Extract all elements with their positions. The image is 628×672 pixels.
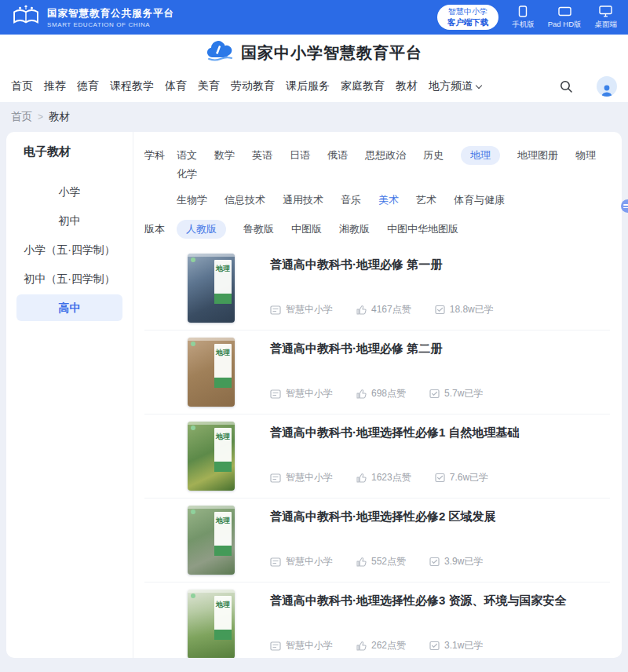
book-row[interactable]: 地理 普通高中教科书·地理必修 第二册 智慧中小学 xyxy=(144,331,610,415)
client-download-button[interactable]: 智慧中小学 客户端下载 xyxy=(437,5,499,30)
book-cover[interactable]: 地理 xyxy=(188,506,235,575)
mobile-version-link[interactable]: 手机版 xyxy=(512,5,535,30)
breadcrumb-home-link[interactable]: 首页 xyxy=(11,108,32,126)
likes-count: 4167点赞 xyxy=(371,303,411,316)
likes-meta: 698点赞 xyxy=(356,387,406,400)
subject-tag-chemistry[interactable]: 化学 xyxy=(177,165,197,184)
version-tag-zhongtu[interactable]: 中图版 xyxy=(291,220,322,239)
version-filter-row: 版本 人教版 鲁教版 中图版 湘教版 中图中华地图版 xyxy=(144,220,610,239)
nav-item-home[interactable]: 首页 xyxy=(11,79,33,93)
desktop-version-link[interactable]: 桌面端 xyxy=(595,5,618,30)
version-tag-zhongtu-zhonghua-map[interactable]: 中图中华地图版 xyxy=(387,220,458,239)
device-label: Pad HD版 xyxy=(548,20,582,30)
publisher-name: 智慧中小学 xyxy=(286,555,333,568)
cover-title-strip: 地理 xyxy=(214,596,232,640)
book-title[interactable]: 普通高中教科书·地理必修 第一册 xyxy=(270,257,610,272)
sidebar-item-junior-54[interactable]: 初中（五·四学制） xyxy=(16,265,122,292)
subject-tag-history[interactable]: 历史 xyxy=(423,146,444,165)
sidebar-item-junior-high[interactable]: 初中 xyxy=(16,207,122,234)
book-title[interactable]: 普通高中教科书·地理选择性必修1 自然地理基础 xyxy=(270,425,610,440)
thumbs-up-icon xyxy=(356,389,367,399)
book-cover[interactable]: 地理 xyxy=(188,590,235,658)
site-title[interactable]: 国家中小学智慧教育平台 xyxy=(241,42,422,64)
cover-title-strip: 地理 xyxy=(214,428,232,472)
subject-tag-russian[interactable]: 俄语 xyxy=(327,146,348,165)
content-background: 首页 > 教材 电子教材 小学 初中 小学（五·四学制） 初中（五·四学制） 高… xyxy=(0,102,628,672)
thumbs-up-icon xyxy=(356,473,367,483)
subject-tag-art-highlighted[interactable]: 美术 xyxy=(378,191,399,210)
desktop-icon xyxy=(599,5,612,17)
nav-item-textbooks[interactable]: 教材 xyxy=(396,79,418,93)
learned-meta: 3.1w已学 xyxy=(429,639,483,652)
topbar: 国家智慧教育公共服务平台 SMART EDUCATION OF CHINA 智慧… xyxy=(0,0,628,35)
likes-meta: 4167点赞 xyxy=(356,303,411,316)
publisher-meta: 智慧中小学 xyxy=(270,555,333,568)
publisher-icon xyxy=(270,305,281,315)
pad-hd-version-link[interactable]: Pad HD版 xyxy=(548,5,582,30)
search-button[interactable] xyxy=(559,79,573,93)
sidebar-item-primary-54[interactable]: 小学（五·四学制） xyxy=(16,236,122,263)
nav-item-physical-education[interactable]: 体育 xyxy=(165,79,187,93)
book-list: 地理 普通高中教科书·地理必修 第一册 智慧中小学 xyxy=(144,247,610,658)
nav-item-labor-education[interactable]: 劳动教育 xyxy=(231,79,275,93)
nav-item-aesthetic-education[interactable]: 美育 xyxy=(198,79,220,93)
subject-tag-japanese[interactable]: 日语 xyxy=(290,146,310,165)
cover-title-strip: 地理 xyxy=(214,260,232,304)
subject-tag-general-tech[interactable]: 通用技术 xyxy=(283,191,323,210)
learned-count: 3.1w已学 xyxy=(444,639,483,652)
book-info: 普通高中教科书·地理必修 第二册 智慧中小学 698点赞 xyxy=(270,338,610,407)
book-row[interactable]: 地理 普通高中教科书·地理必修 第一册 智慧中小学 xyxy=(144,247,610,331)
version-tag-lujiao[interactable]: 鲁教版 xyxy=(243,220,274,239)
open-book-logo-icon xyxy=(11,5,41,30)
subject-tag-english[interactable]: 英语 xyxy=(252,146,272,165)
publisher-name: 智慧中小学 xyxy=(286,471,333,484)
cover-title-strip: 地理 xyxy=(214,512,232,556)
nav-item-recommend[interactable]: 推荐 xyxy=(44,79,66,93)
nav-item-moral-education[interactable]: 德育 xyxy=(77,79,99,93)
learned-icon xyxy=(429,389,440,399)
download-line1: 智慧中小学 xyxy=(448,7,487,17)
version-tag-xiangjiao[interactable]: 湘教版 xyxy=(339,220,370,239)
book-cover[interactable]: 地理 xyxy=(188,422,235,491)
publisher-meta: 智慧中小学 xyxy=(270,303,333,316)
nav-item-local-channel[interactable]: 地方频道 xyxy=(429,79,481,93)
subject-tag-biology[interactable]: 生物学 xyxy=(177,191,207,210)
download-line2: 客户端下载 xyxy=(447,17,489,27)
cover-green-band xyxy=(214,630,232,640)
tablet-icon xyxy=(558,5,571,17)
subject-tag-it[interactable]: 信息技术 xyxy=(225,191,265,210)
subject-filter-label: 学科 xyxy=(144,146,166,165)
learned-count: 7.6w已学 xyxy=(450,471,488,484)
user-avatar[interactable] xyxy=(597,76,617,97)
nav-item-curriculum-teaching[interactable]: 课程教学 xyxy=(110,79,154,93)
subject-tag-geography-atlas[interactable]: 地理图册 xyxy=(517,146,558,165)
nav-item-family-education[interactable]: 家庭教育 xyxy=(341,79,385,93)
nav-item-afterschool-service[interactable]: 课后服务 xyxy=(286,79,330,93)
subject-tag-chinese[interactable]: 语文 xyxy=(177,146,197,165)
subject-tag-pe-health[interactable]: 体育与健康 xyxy=(454,191,505,210)
sidebar-item-senior-high[interactable]: 高中 xyxy=(16,294,122,321)
subject-tag-arts[interactable]: 艺术 xyxy=(416,191,436,210)
book-title[interactable]: 普通高中教科书·地理必修 第二册 xyxy=(270,341,610,356)
publisher-icon xyxy=(270,389,281,399)
book-row[interactable]: 地理 普通高中教科书·地理选择性必修2 区域发展 智慧中小学 xyxy=(144,499,610,583)
book-row[interactable]: 地理 普通高中教科书·地理选择性必修1 自然地理基础 智慧中小学 xyxy=(144,415,610,499)
subject-tag-geography-selected[interactable]: 地理 xyxy=(461,146,500,165)
subject-tag-music[interactable]: 音乐 xyxy=(341,191,361,210)
book-title[interactable]: 普通高中教科书·地理选择性必修3 资源、环境与国家安全 xyxy=(270,593,610,608)
subject-tags: 语文 数学 英语 日语 俄语 思想政治 历史 地理 地理图册 物理 化学 xyxy=(177,146,610,184)
publisher-logo-dot xyxy=(191,425,195,430)
search-icon xyxy=(559,79,573,93)
book-row[interactable]: 地理 普通高中教科书·地理选择性必修3 资源、环境与国家安全 智慧中小学 xyxy=(144,583,610,658)
subject-filter-row-2: 生物学 信息技术 通用技术 音乐 美术 艺术 体育与健康 xyxy=(177,191,610,210)
version-tag-renjiao-selected[interactable]: 人教版 xyxy=(177,220,226,239)
book-cover[interactable]: 地理 xyxy=(188,338,235,407)
platform-logo[interactable]: 国家智慧教育公共服务平台 SMART EDUCATION OF CHINA xyxy=(11,5,174,30)
book-title[interactable]: 普通高中教科书·地理选择性必修2 区域发展 xyxy=(270,509,610,524)
subject-tag-politics[interactable]: 思想政治 xyxy=(365,146,406,165)
cover-subject-label: 地理 xyxy=(216,600,230,610)
subject-tag-physics[interactable]: 物理 xyxy=(575,146,596,165)
book-cover[interactable]: 地理 xyxy=(188,254,235,323)
sidebar-item-primary-school[interactable]: 小学 xyxy=(16,178,122,205)
subject-tag-math[interactable]: 数学 xyxy=(214,146,235,165)
